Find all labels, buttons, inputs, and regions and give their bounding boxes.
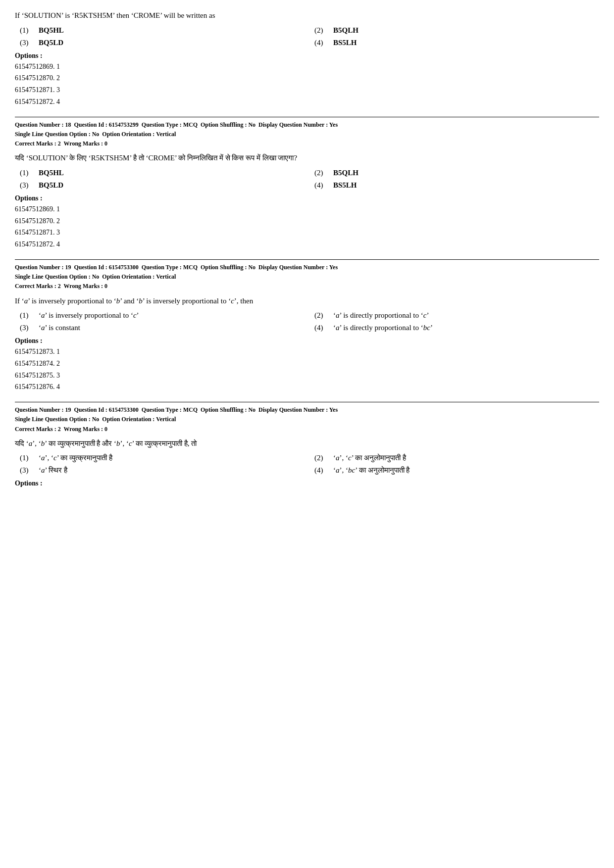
option-value: B5QLH	[333, 26, 358, 35]
list-item: 61547512869. 1	[15, 203, 599, 215]
options-label: Options :	[15, 194, 599, 202]
option-row: (4) ‘a’, ‘bc’ का अनुलोमानुपाती है	[314, 466, 599, 475]
option-value: BQ5HL	[39, 26, 64, 35]
option-row: (3) BQ5LD	[20, 181, 305, 190]
option-number: (4)	[314, 324, 328, 332]
question-stem: If ‘a’ is inversely proportional to ‘b’ …	[15, 295, 599, 307]
list-item: 61547512870. 2	[15, 215, 599, 227]
options-grid: (1) BQ5HL (2) B5QLH (3) BQ5LD (4) BS5LH	[20, 169, 599, 190]
option-value: BS5LH	[333, 39, 357, 47]
list-item: 61547512869. 1	[15, 61, 599, 73]
options-grid: (1) ‘a’, ‘c’ का व्युत्क्रमानुपाती है (2)…	[20, 454, 599, 475]
option-value: ‘a’ स्थिर है	[39, 466, 67, 475]
option-value: BQ5LD	[39, 181, 63, 190]
meta-marks: Correct Marks : 2 Wrong Marks : 0	[15, 139, 599, 148]
list-item: 61547512876. 4	[15, 381, 599, 393]
option-value: ‘a’ is constant	[39, 324, 80, 332]
options-label: Options :	[15, 480, 599, 487]
meta-line-2: Single Line Question Option : No Option …	[15, 415, 599, 424]
meta-marks: Correct Marks : 2 Wrong Marks : 0	[15, 425, 599, 434]
option-number: (3)	[20, 181, 34, 190]
option-row: (2) B5QLH	[314, 26, 599, 35]
option-number: (2)	[314, 311, 328, 320]
options-list: 61547512869. 1 61547512870. 2 6154751287…	[15, 61, 599, 108]
option-value: ‘a’ is inversely proportional to ‘c’	[39, 311, 139, 320]
list-item: 61547512875. 3	[15, 370, 599, 382]
option-value: BQ5LD	[39, 39, 63, 47]
option-number: (3)	[20, 466, 34, 475]
list-item: 61547512874. 2	[15, 358, 599, 370]
option-row: (1) ‘a’ is inversely proportional to ‘c’	[20, 311, 305, 320]
question-stem: यदि ‘SOLUTION’ के लिए ‘R5KTSH5M’ है तो ‘…	[15, 152, 599, 164]
question-meta-19-2: Question Number : 19 Question Id : 61547…	[15, 402, 599, 434]
option-row: (1) ‘a’, ‘c’ का व्युत्क्रमानुपाती है	[20, 454, 305, 462]
option-value: ‘a’, ‘c’ का अनुलोमानुपाती है	[333, 454, 406, 462]
option-number: (1)	[20, 26, 34, 35]
option-value: ‘a’, ‘c’ का व्युत्क्रमानुपाती है	[39, 454, 112, 462]
question-stem: If ‘SOLUTION’ is ‘R5KTSH5M’ then ‘CROME’…	[15, 10, 599, 21]
options-list: 61547512869. 1 61547512870. 2 6154751287…	[15, 203, 599, 250]
option-number: (3)	[20, 324, 34, 332]
option-row: (1) BQ5HL	[20, 26, 305, 35]
option-number: (1)	[20, 454, 34, 462]
question-19-en: If ‘a’ is inversely proportional to ‘b’ …	[15, 295, 599, 393]
option-value: ‘a’, ‘bc’ का अनुलोमानुपाती है	[333, 466, 409, 475]
option-value: B5QLH	[333, 169, 358, 177]
option-row: (3) BQ5LD	[20, 39, 305, 47]
list-item: 61547512871. 3	[15, 84, 599, 96]
option-value: BQ5HL	[39, 169, 64, 177]
option-value: ‘a’ is directly proportional to ‘c’	[333, 311, 429, 320]
option-number: (2)	[314, 169, 328, 177]
options-list: 61547512873. 1 61547512874. 2 6154751287…	[15, 346, 599, 393]
question-meta-18: Question Number : 18 Question Id : 61547…	[15, 117, 599, 149]
option-value: BS5LH	[333, 181, 357, 190]
options-label: Options :	[15, 337, 599, 345]
option-row: (4) BS5LH	[314, 39, 599, 47]
meta-marks: Correct Marks : 2 Wrong Marks : 0	[15, 282, 599, 291]
option-row: (3) ‘a’ स्थिर है	[20, 466, 305, 475]
question-19-hi: यदि ‘a’, ‘b’ का व्युत्क्रमानुपाती है और …	[15, 438, 599, 488]
option-row: (2) ‘a’ is directly proportional to ‘c’	[314, 311, 599, 320]
meta-line-1: Question Number : 18 Question Id : 61547…	[15, 120, 599, 130]
option-number: (1)	[20, 169, 34, 177]
question-stem: यदि ‘a’, ‘b’ का व्युत्क्रमानुपाती है और …	[15, 438, 599, 449]
list-item: 61547512873. 1	[15, 346, 599, 358]
options-grid: (1) ‘a’ is inversely proportional to ‘c’…	[20, 311, 599, 332]
option-number: (4)	[314, 39, 328, 47]
option-number: (3)	[20, 39, 34, 47]
meta-line-2: Single Line Question Option : No Option …	[15, 130, 599, 139]
option-row: (3) ‘a’ is constant	[20, 324, 305, 332]
list-item: 61547512872. 4	[15, 96, 599, 108]
meta-line-2: Single Line Question Option : No Option …	[15, 272, 599, 282]
option-number: (1)	[20, 311, 34, 320]
list-item: 61547512871. 3	[15, 227, 599, 239]
question-17-en: If ‘SOLUTION’ is ‘R5KTSH5M’ then ‘CROME’…	[15, 10, 599, 108]
options-grid: (1) BQ5HL (2) B5QLH (3) BQ5LD (4) BS5LH	[20, 26, 599, 47]
list-item: 61547512872. 4	[15, 239, 599, 250]
option-row: (2) B5QLH	[314, 169, 599, 177]
option-row: (1) BQ5HL	[20, 169, 305, 177]
options-label: Options :	[15, 52, 599, 60]
option-number: (4)	[314, 466, 328, 475]
option-number: (2)	[314, 26, 328, 35]
meta-line-1: Question Number : 19 Question Id : 61547…	[15, 263, 599, 272]
question-18-hi: यदि ‘SOLUTION’ के लिए ‘R5KTSH5M’ है तो ‘…	[15, 152, 599, 250]
option-number: (2)	[314, 454, 328, 462]
option-row: (4) BS5LH	[314, 181, 599, 190]
question-meta-19: Question Number : 19 Question Id : 61547…	[15, 259, 599, 291]
list-item: 61547512870. 2	[15, 72, 599, 84]
option-row: (4) ‘a’ is directly proportional to ‘bc’	[314, 324, 599, 332]
option-row: (2) ‘a’, ‘c’ का अनुलोमानुपाती है	[314, 454, 599, 462]
meta-line-1: Question Number : 19 Question Id : 61547…	[15, 405, 599, 415]
option-value: ‘a’ is directly proportional to ‘bc’	[333, 324, 433, 332]
option-number: (4)	[314, 181, 328, 190]
